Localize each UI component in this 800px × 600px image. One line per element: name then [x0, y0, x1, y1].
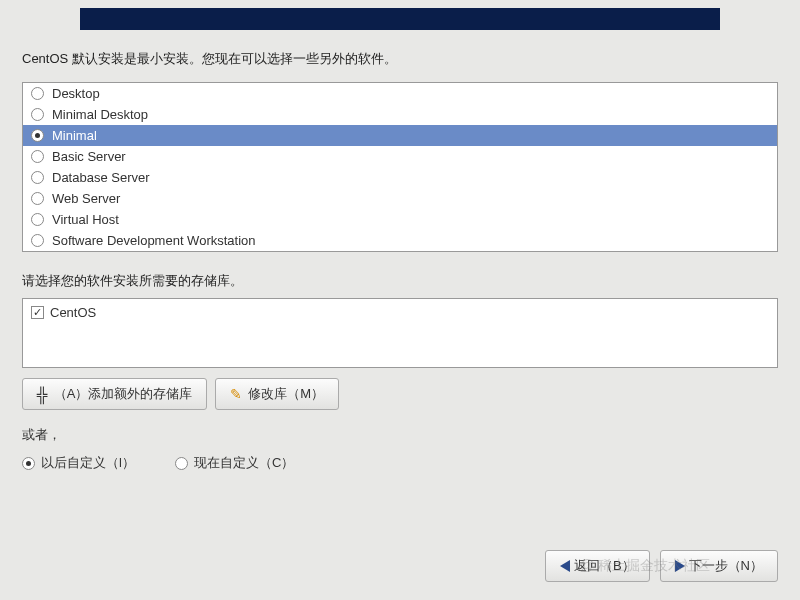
radio-icon — [31, 108, 44, 121]
radio-icon — [31, 150, 44, 163]
option-basic-server[interactable]: Basic Server — [23, 146, 777, 167]
plus-icon: ╬ — [37, 386, 48, 403]
option-database-server[interactable]: Database Server — [23, 167, 777, 188]
next-label: 下一步（N） — [689, 557, 763, 575]
option-label: Desktop — [52, 86, 100, 101]
radio-icon — [31, 129, 44, 142]
back-label: 返回（B） — [574, 557, 635, 575]
option-label: Database Server — [52, 170, 150, 185]
add-repo-button[interactable]: ╬ （A）添加额外的存储库 — [22, 378, 207, 410]
option-software-dev[interactable]: Software Development Workstation — [23, 230, 777, 251]
or-label: 或者， — [22, 426, 778, 444]
customize-now-option[interactable]: 现在自定义（C） — [175, 454, 294, 472]
option-label: Minimal — [52, 128, 97, 143]
description-text: CentOS 默认安装是最小安装。您现在可以选择一些另外的软件。 — [22, 50, 778, 68]
repo-list: ✓ CentOS — [22, 298, 778, 368]
option-label: Minimal Desktop — [52, 107, 148, 122]
next-button[interactable]: 下一步（N） — [660, 550, 778, 582]
customize-later-label: 以后自定义（l） — [41, 454, 135, 472]
edit-icon: ✎ — [230, 386, 242, 402]
checkbox-icon: ✓ — [31, 306, 44, 319]
radio-icon — [31, 192, 44, 205]
radio-icon — [31, 234, 44, 247]
arrow-right-icon — [675, 560, 685, 572]
radio-icon — [22, 457, 35, 470]
option-desktop[interactable]: Desktop — [23, 83, 777, 104]
customize-later-option[interactable]: 以后自定义（l） — [22, 454, 135, 472]
customize-options: 以后自定义（l） 现在自定义（C） — [22, 454, 778, 472]
radio-icon — [31, 171, 44, 184]
back-button[interactable]: 返回（B） — [545, 550, 650, 582]
header-banner — [80, 8, 720, 30]
option-minimal[interactable]: Minimal — [23, 125, 777, 146]
modify-repo-button[interactable]: ✎ 修改库（M） — [215, 378, 339, 410]
option-label: Virtual Host — [52, 212, 119, 227]
arrow-left-icon — [560, 560, 570, 572]
radio-icon — [31, 213, 44, 226]
radio-icon — [175, 457, 188, 470]
radio-icon — [31, 87, 44, 100]
option-virtual-host[interactable]: Virtual Host — [23, 209, 777, 230]
option-label: Basic Server — [52, 149, 126, 164]
install-options-list: Desktop Minimal Desktop Minimal Basic Se… — [22, 82, 778, 252]
repo-label: CentOS — [50, 305, 96, 320]
modify-repo-label: 修改库（M） — [248, 385, 324, 403]
option-minimal-desktop[interactable]: Minimal Desktop — [23, 104, 777, 125]
option-web-server[interactable]: Web Server — [23, 188, 777, 209]
option-label: Web Server — [52, 191, 120, 206]
customize-now-label: 现在自定义（C） — [194, 454, 294, 472]
option-label: Software Development Workstation — [52, 233, 256, 248]
add-repo-label: （A）添加额外的存储库 — [54, 385, 193, 403]
repo-item-centos[interactable]: ✓ CentOS — [27, 303, 773, 322]
repo-section-label: 请选择您的软件安装所需要的存储库。 — [22, 272, 778, 290]
